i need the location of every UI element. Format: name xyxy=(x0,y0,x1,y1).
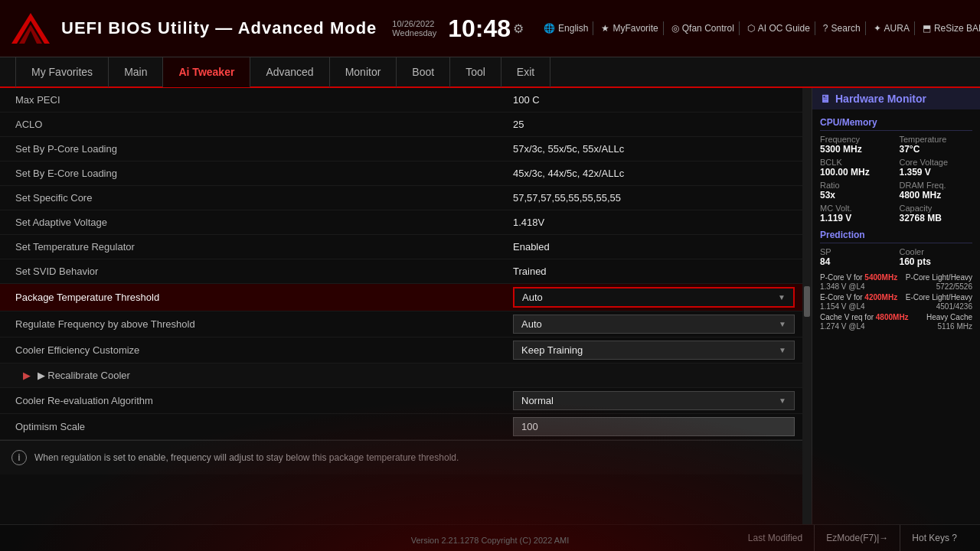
pcore-v2-label: 1.348 V @L4 xyxy=(820,282,865,291)
dropdown-arrow-icon: ▼ xyxy=(778,293,786,302)
pcore-v-label: P-Core V for 5400MHz xyxy=(820,273,897,282)
cache-v-rhs: Heavy Cache xyxy=(926,313,972,321)
footer-hotkeys[interactable]: Hot Keys ? xyxy=(900,525,969,552)
ecore-loading-label: Set By E-Core Loading xyxy=(8,168,513,179)
max-peci-value: 100 C xyxy=(513,94,795,106)
scrollbar-track[interactable] xyxy=(802,88,812,524)
regulate-freq-label: Regulate Frequency by above Threshold xyxy=(8,318,513,330)
max-peci-label: Max PECI xyxy=(8,94,513,106)
main-navigation: My Favorites Main Ai Tweaker Advanced Mo… xyxy=(0,57,980,88)
nav-advanced[interactable]: Advanced xyxy=(250,57,329,87)
cache-v2-value: 5116 MHz xyxy=(937,322,972,331)
nav-qfan[interactable]: ◎ Qfan Control xyxy=(667,21,740,35)
optimism-scale-label: Optimism Scale xyxy=(8,421,513,432)
settings-panel: Max PECI 100 C ACLO 25 Set By P-Core Loa… xyxy=(0,88,802,524)
info-icon: i xyxy=(11,450,27,465)
nav-tool[interactable]: Tool xyxy=(450,57,501,87)
mc-volt-item: MC Volt. 1.119 V xyxy=(820,204,893,223)
dropdown-arrow-icon: ▼ xyxy=(779,346,786,354)
ecore-v-label: E-Core V for 4200MHz xyxy=(820,293,897,302)
ratio-item: Ratio 53x xyxy=(820,181,893,201)
svid-label: Set SVID Behavior xyxy=(8,266,513,277)
scrollbar-thumb[interactable] xyxy=(804,286,810,317)
nav-monitor[interactable]: Monitor xyxy=(330,57,397,87)
aclo-value: 25 xyxy=(513,119,795,130)
dropdown-arrow-icon: ▼ xyxy=(779,396,786,405)
pcore-v2-row: 1.348 V @L4 5722/5526 xyxy=(820,282,972,291)
svid-value: Trained xyxy=(513,266,795,277)
pcore-loading-label: Set By P-Core Loading xyxy=(8,143,513,155)
core-voltage-item: Core Voltage 1.359 V xyxy=(900,158,973,178)
version-text: Version 2.21.1278 Copyright (C) 2022 AMI xyxy=(411,536,570,545)
dram-freq-item: DRAM Freq. 4800 MHz xyxy=(900,181,973,201)
cache-v2-label: 1.274 V @L4 xyxy=(820,322,865,331)
capacity-item: Capacity 32768 MB xyxy=(900,204,973,223)
cooler-reeval-dropdown[interactable]: Normal ▼ xyxy=(513,391,795,410)
cooler-efficiency-value: Keep Training ▼ xyxy=(513,341,795,360)
nav-qfan-label: Qfan Control xyxy=(682,23,734,34)
aura-icon: ✦ xyxy=(874,23,881,34)
nav-search[interactable]: ? Search xyxy=(818,21,866,35)
settings-table: Max PECI 100 C ACLO 25 Set By P-Core Loa… xyxy=(0,88,802,440)
ai-icon: ⬡ xyxy=(747,23,755,34)
freq-label: Frequency 5300 MHz xyxy=(820,135,893,155)
nav-aura[interactable]: ✦ AURA xyxy=(869,21,915,35)
specific-core-value: 57,57,57,55,55,55,55,55 xyxy=(513,192,795,204)
resize-icon: ⬒ xyxy=(923,23,931,34)
time-display: 10:48 xyxy=(448,15,511,43)
pcore-v-row: P-Core V for 5400MHz P-Core Light/Heavy xyxy=(820,273,972,282)
cooler-item: Cooler 160 pts xyxy=(900,247,973,267)
nav-myfavorite[interactable]: ★ MyFavorite xyxy=(596,21,663,35)
app-title: UEFI BIOS Utility — Advanced Mode xyxy=(61,18,377,38)
section-arrow-icon: ▶ xyxy=(23,370,31,381)
nav-resizebar[interactable]: ⬒ ReSize BAR xyxy=(918,21,980,35)
nav-aioc-label: AI OC Guide xyxy=(758,23,810,34)
optimism-scale-input[interactable]: 100 xyxy=(513,417,795,436)
setting-aclo: ACLO 25 xyxy=(0,112,802,137)
ecore-v2-row: 1.154 V @L4 4501/4236 xyxy=(820,302,972,311)
cpu-memory-grid: Frequency 5300 MHz Temperature 37°C BCLK… xyxy=(820,135,972,223)
nav-main[interactable]: Main xyxy=(109,57,163,87)
setting-specific-core: Set Specific Core 57,57,57,55,55,55,55,5… xyxy=(0,186,802,210)
bclk-item: BCLK 100.00 MHz xyxy=(820,158,893,178)
settings-gear-icon[interactable]: ⚙ xyxy=(513,21,524,36)
cache-v2-row: 1.274 V @L4 5116 MHz xyxy=(820,322,972,331)
pkg-temp-label: Package Temperature Threshold xyxy=(8,292,513,303)
setting-ecore-loading: Set By E-Core Loading 45x/3c, 44x/5c, 42… xyxy=(0,161,802,186)
pkg-temp-dropdown[interactable]: Auto ▼ xyxy=(513,287,795,308)
setting-pkg-temp[interactable]: Package Temperature Threshold Auto ▼ xyxy=(0,284,802,311)
temp-item: Temperature 37°C xyxy=(900,135,973,155)
datetime: 10/26/2022 Wednesday xyxy=(392,19,436,37)
nav-resizebar-label: ReSize BAR xyxy=(934,23,980,34)
search-icon: ? xyxy=(823,23,828,34)
setting-cooler-efficiency: Cooler Efficiency Customize Keep Trainin… xyxy=(0,337,802,364)
pcore-v-rhs: P-Core Light/Heavy xyxy=(906,273,972,282)
cache-v-row: Cache V req for 4800MHz Heavy Cache xyxy=(820,313,972,321)
nav-my-favorites[interactable]: My Favorites xyxy=(15,57,109,87)
nav-exit[interactable]: Exit xyxy=(501,57,550,87)
cpu-memory-title: CPU/Memory xyxy=(820,117,972,131)
regulate-freq-dropdown[interactable]: Auto ▼ xyxy=(513,315,795,334)
ecore-v-rhs: E-Core Light/Heavy xyxy=(906,293,972,302)
nav-aioc[interactable]: ⬡ AI OC Guide xyxy=(743,21,815,35)
pkg-temp-value: Auto ▼ xyxy=(513,287,795,308)
ecore-v-row: E-Core V for 4200MHz E-Core Light/Heavy xyxy=(820,293,972,302)
date: 10/26/2022 xyxy=(392,19,436,28)
setting-cooler-reeval: Cooler Re-evaluation Algorithm Normal ▼ xyxy=(0,388,802,414)
footer: Version 2.21.1278 Copyright (C) 2022 AMI… xyxy=(0,524,980,551)
info-text: When regulation is set to enable, freque… xyxy=(34,452,459,463)
nav-ai-tweaker[interactable]: Ai Tweaker xyxy=(163,57,250,87)
nav-boot[interactable]: Boot xyxy=(397,57,450,87)
recalibrate-label: ▶ ▶ Recalibrate Cooler xyxy=(15,370,521,381)
header: UEFI BIOS Utility — Advanced Mode 10/26/… xyxy=(0,0,980,57)
nav-english[interactable]: 🌐 English xyxy=(539,21,593,35)
cooler-efficiency-dropdown[interactable]: Keep Training ▼ xyxy=(513,341,795,360)
setting-recalibrate-cooler[interactable]: ▶ ▶ Recalibrate Cooler xyxy=(0,364,802,388)
footer-last-modified[interactable]: Last Modified xyxy=(737,525,815,552)
globe-icon: 🌐 xyxy=(544,23,555,34)
temp-regulator-label: Set Temperature Regulator xyxy=(8,241,513,253)
day: Wednesday xyxy=(392,28,436,37)
nav-aura-label: AURA xyxy=(884,23,910,34)
footer-ezmode[interactable]: EzMode(F7)|→ xyxy=(815,525,900,552)
setting-pcore-loading: Set By P-Core Loading 57x/3c, 55x/5c, 55… xyxy=(0,137,802,161)
